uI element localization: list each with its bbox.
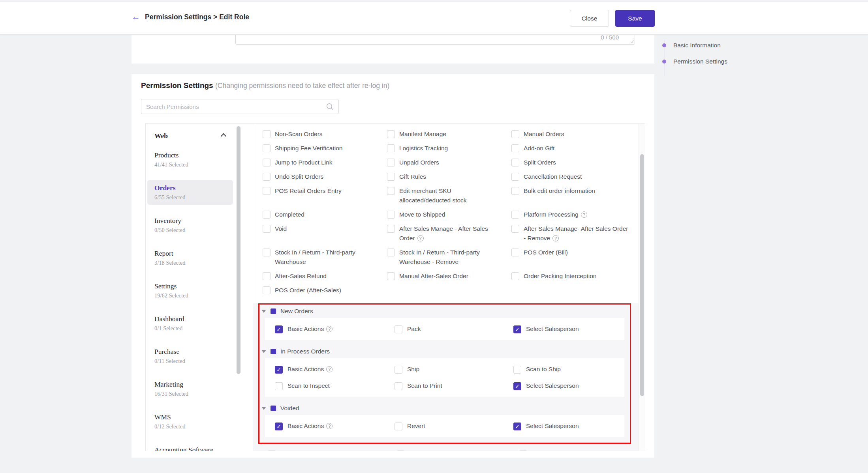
permission-item: Move to Shipped (385, 208, 510, 222)
collapsed-group-item[interactable]: Cancel Order (260, 447, 389, 451)
permission-checkbox[interactable] (275, 382, 283, 390)
permission-checkbox[interactable] (275, 366, 283, 374)
permission-checkbox[interactable] (395, 366, 402, 374)
group-permission-item: Pack (395, 321, 513, 337)
help-icon[interactable] (581, 211, 587, 218)
search-input[interactable] (146, 103, 326, 110)
collapsed-group-item[interactable]: Stock-In / Return (389, 447, 512, 451)
group-checkbox-indeterminate[interactable] (271, 406, 276, 411)
permission-checkbox[interactable] (263, 159, 271, 166)
sidebar-module-item[interactable]: Report 3/18 Selected (147, 245, 233, 270)
permission-checkbox[interactable] (511, 272, 519, 280)
sidebar-scrollbar-thumb[interactable] (237, 126, 240, 374)
permission-checkbox[interactable] (387, 173, 395, 181)
resize-handle-icon[interactable] (629, 39, 634, 43)
permission-label: After-Sales Refund (275, 271, 327, 281)
permission-checkbox[interactable] (387, 159, 395, 166)
permission-checkbox[interactable] (511, 249, 519, 256)
permission-checkbox[interactable] (263, 187, 271, 195)
permission-checkbox[interactable] (513, 423, 521, 430)
permission-checkbox[interactable] (387, 272, 395, 280)
permission-checkbox[interactable] (263, 211, 271, 219)
permission-checkbox[interactable] (387, 225, 395, 233)
content-scrollbar-track[interactable] (639, 124, 645, 451)
help-icon[interactable] (326, 326, 333, 332)
permission-checkbox[interactable] (263, 225, 271, 233)
group-checkbox-indeterminate[interactable] (271, 308, 276, 314)
permission-item: Manifest Manage (385, 127, 510, 141)
help-icon[interactable] (417, 235, 424, 241)
basic-info-card: 0 / 500 (132, 35, 654, 64)
permission-checkbox[interactable] (387, 187, 395, 195)
sidebar-module-item[interactable]: Inventory 0/50 Selected (147, 213, 233, 237)
sidebar-module-item[interactable]: Orders 6/55 Selected (147, 180, 233, 205)
help-icon[interactable] (552, 235, 559, 241)
collapsed-group-item[interactable]: Pending Orders (512, 447, 639, 451)
permission-label: Logistics Tracking (399, 144, 448, 153)
sidebar-module-item[interactable]: Purchase 0/11 Selected (147, 344, 233, 368)
permission-item: POS Order (After-Sales) (261, 283, 385, 297)
content-scrollbar-thumb[interactable] (640, 154, 644, 396)
section-title: Permission Settings (Changing permission… (141, 81, 389, 90)
permission-checkbox[interactable] (263, 249, 271, 256)
permission-checkbox[interactable] (511, 144, 519, 152)
permission-item: Cancellation Request (510, 170, 639, 184)
permission-checkbox[interactable] (511, 211, 519, 219)
permission-checkbox[interactable] (275, 325, 283, 333)
permission-checkbox[interactable] (513, 325, 521, 333)
permission-checkbox[interactable] (511, 130, 519, 138)
group-permission-item: Scan to Ship (513, 361, 624, 378)
back-arrow-icon[interactable]: ← (132, 13, 140, 21)
group-checkbox[interactable] (397, 451, 405, 451)
permission-checkbox[interactable] (513, 382, 521, 390)
permission-checkbox[interactable] (387, 130, 395, 138)
anchor-nav-item[interactable]: Permission Settings (659, 56, 727, 67)
permission-checkbox[interactable] (387, 211, 395, 219)
help-icon[interactable] (326, 423, 333, 429)
permission-checkbox[interactable] (511, 173, 519, 181)
permission-checkbox[interactable] (511, 187, 519, 195)
permission-checkbox[interactable] (513, 366, 521, 374)
sidebar-module-item[interactable]: Settings 19/62 Selected (147, 278, 233, 303)
permission-checkbox[interactable] (395, 382, 402, 390)
permission-checkbox[interactable] (275, 423, 283, 430)
permission-checkbox[interactable] (263, 130, 271, 138)
sidebar-module-item[interactable]: WMS 0/12 Selected (147, 409, 233, 434)
permission-item: Unpaid Orders (385, 155, 510, 170)
permission-checkbox[interactable] (387, 144, 395, 152)
permission-checkbox[interactable] (387, 249, 395, 256)
permission-checkbox[interactable] (263, 272, 271, 280)
group-checkbox[interactable] (268, 451, 276, 451)
collapse-triangle-icon[interactable] (261, 350, 266, 353)
chevron-up-icon[interactable] (221, 133, 226, 139)
permission-label: Split Orders (524, 158, 556, 167)
permission-checkbox[interactable] (395, 423, 402, 430)
group-permission-item: Select Salesperson (513, 378, 624, 394)
sidebar-module-item[interactable]: Marketing 16/31 Selected (147, 376, 233, 401)
permission-label: Basic Actions (287, 325, 333, 333)
help-icon[interactable] (326, 366, 333, 372)
permission-checkbox[interactable] (511, 159, 519, 166)
close-button[interactable]: Close (570, 10, 609, 27)
permission-checkbox[interactable] (263, 144, 271, 152)
collapse-triangle-icon[interactable] (261, 407, 266, 410)
anchor-nav-item[interactable]: Basic Information (659, 39, 727, 51)
permission-checkbox[interactable] (395, 325, 402, 333)
permission-checkbox[interactable] (511, 225, 519, 233)
anchor-dot-icon (662, 43, 666, 47)
sidebar-module-item[interactable]: Products 41/41 Selected (147, 147, 233, 172)
sidebar-module-item[interactable]: Dashboard 0/1 Selected (147, 311, 233, 336)
permission-item: Platform Processing (510, 208, 639, 222)
collapse-triangle-icon[interactable] (261, 310, 266, 313)
sidebar-module-item[interactable]: Accounting Software (147, 442, 233, 451)
permission-item: Logistics Tracking (385, 141, 510, 155)
save-button[interactable]: Save (615, 10, 655, 27)
description-textarea[interactable]: 0 / 500 (235, 35, 635, 45)
permission-checkbox[interactable] (263, 173, 271, 181)
group-checkbox-indeterminate[interactable] (271, 349, 276, 354)
permission-checkbox[interactable] (263, 286, 271, 294)
permission-group: In Process Orders Basic Actions Ship Sca… (259, 345, 630, 397)
sidebar-module-label: Orders (154, 184, 226, 192)
permission-item: Undo Split Orders (261, 170, 385, 184)
group-checkbox[interactable] (519, 451, 527, 451)
